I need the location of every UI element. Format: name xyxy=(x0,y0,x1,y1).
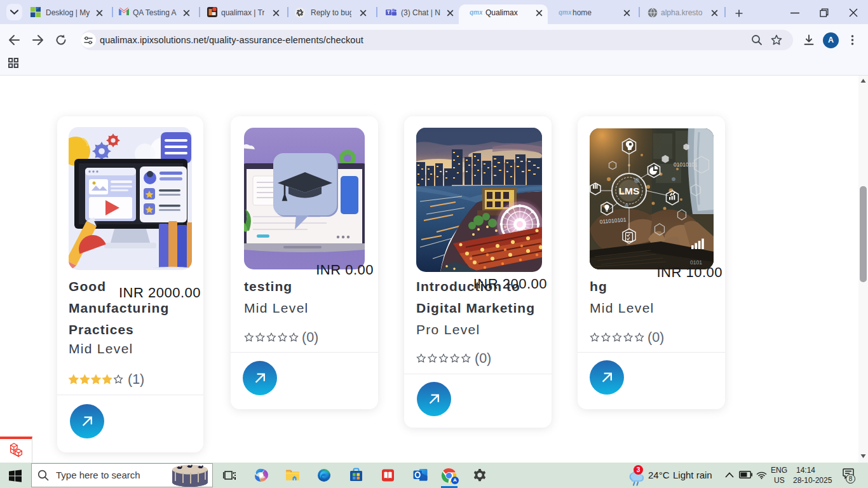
svg-text:qmx: qmx xyxy=(559,9,571,16)
svg-text:01010101: 01010101 xyxy=(674,161,698,168)
svg-text:LMS: LMS xyxy=(619,186,640,196)
svg-text:qmx: qmx xyxy=(470,9,482,16)
